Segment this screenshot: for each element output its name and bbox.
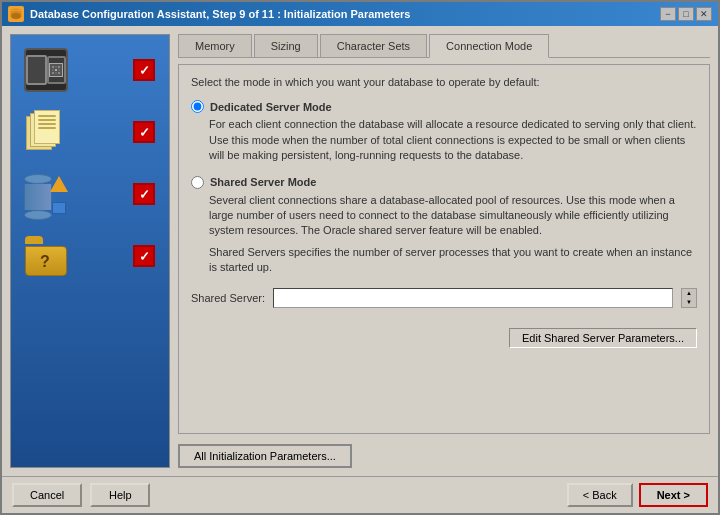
app-icon bbox=[8, 6, 24, 22]
list-item: ✓ bbox=[21, 107, 159, 157]
spin-down-button[interactable]: ▼ bbox=[682, 298, 696, 307]
tab-connection-mode[interactable]: Connection Mode bbox=[429, 34, 549, 58]
checkmark-2: ✓ bbox=[133, 121, 155, 143]
dedicated-mode-desc: For each client connection the database … bbox=[209, 117, 697, 163]
list-item: ✓ bbox=[21, 169, 159, 219]
cancel-button[interactable]: Cancel bbox=[12, 483, 82, 507]
bottom-buttons-row: All Initialization Parameters... bbox=[178, 444, 710, 468]
documents-icon bbox=[26, 110, 66, 154]
folder-icon: ? bbox=[25, 236, 67, 276]
list-item: ? ✓ bbox=[21, 231, 159, 281]
window-title: Database Configuration Assistant, Step 9… bbox=[30, 8, 410, 20]
description-text: Select the mode in which you want your d… bbox=[191, 75, 697, 90]
folder-icon-box: ? bbox=[21, 231, 71, 281]
list-item: ✓ bbox=[21, 45, 159, 95]
spin-up-button[interactable]: ▲ bbox=[682, 289, 696, 298]
edit-shared-server-params-button[interactable]: Edit Shared Server Parameters... bbox=[509, 328, 697, 348]
svg-point-2 bbox=[11, 13, 21, 19]
content-area: ✓ ✓ bbox=[2, 26, 718, 476]
dedicated-mode-label[interactable]: Dedicated Server Mode bbox=[191, 100, 697, 113]
tab-memory[interactable]: Memory bbox=[178, 34, 252, 57]
dedicated-mode-section: Dedicated Server Mode For each client co… bbox=[191, 100, 697, 163]
shared-mode-desc: Several client connections share a datab… bbox=[209, 193, 697, 239]
footer-right: < Back Next > bbox=[567, 483, 708, 507]
shared-server-input[interactable] bbox=[273, 288, 673, 308]
maximize-button[interactable]: □ bbox=[678, 7, 694, 21]
title-bar: Database Configuration Assistant, Step 9… bbox=[2, 2, 718, 26]
dedicated-mode-radio[interactable] bbox=[191, 100, 204, 113]
title-buttons: − □ ✕ bbox=[660, 7, 712, 21]
spin-buttons: ▲ ▼ bbox=[681, 288, 697, 308]
edit-params-row: Edit Shared Server Parameters... bbox=[191, 318, 697, 348]
tab-character-sets[interactable]: Character Sets bbox=[320, 34, 427, 57]
footer: Cancel Help < Back Next > bbox=[2, 476, 718, 513]
close-button[interactable]: ✕ bbox=[696, 7, 712, 21]
checkmark-3: ✓ bbox=[133, 183, 155, 205]
dedicated-mode-title: Dedicated Server Mode bbox=[210, 101, 332, 113]
main-window: Database Configuration Assistant, Step 9… bbox=[0, 0, 720, 515]
minimize-button[interactable]: − bbox=[660, 7, 676, 21]
title-bar-left: Database Configuration Assistant, Step 9… bbox=[8, 6, 410, 22]
shared-mode-title: Shared Server Mode bbox=[210, 176, 316, 188]
footer-left: Cancel Help bbox=[12, 483, 150, 507]
shared-mode-extra-desc: Shared Servers specifies the number of s… bbox=[209, 245, 697, 276]
shared-server-label: Shared Server: bbox=[191, 292, 265, 304]
tab-content: Select the mode in which you want your d… bbox=[178, 64, 710, 434]
right-panel: Memory Sizing Character Sets Connection … bbox=[178, 34, 710, 468]
shapes-icon-box bbox=[21, 169, 71, 219]
shared-server-row: Shared Server: ▲ ▼ bbox=[191, 288, 697, 308]
left-panel: ✓ ✓ bbox=[10, 34, 170, 468]
all-init-params-button[interactable]: All Initialization Parameters... bbox=[178, 444, 352, 468]
tab-sizing[interactable]: Sizing bbox=[254, 34, 318, 57]
docs-icon-box bbox=[21, 107, 71, 157]
shared-mode-label[interactable]: Shared Server Mode bbox=[191, 176, 697, 189]
chip-icon-box bbox=[21, 45, 71, 95]
back-button[interactable]: < Back bbox=[567, 483, 633, 507]
shared-mode-section: Shared Server Mode Several client connec… bbox=[191, 176, 697, 276]
help-button[interactable]: Help bbox=[90, 483, 150, 507]
db-shapes-icon bbox=[24, 172, 68, 216]
next-button[interactable]: Next > bbox=[639, 483, 708, 507]
tabs-row: Memory Sizing Character Sets Connection … bbox=[178, 34, 710, 58]
checkmark-4: ✓ bbox=[133, 245, 155, 267]
chip-icon bbox=[24, 48, 68, 92]
shared-mode-radio[interactable] bbox=[191, 176, 204, 189]
checkmark-1: ✓ bbox=[133, 59, 155, 81]
